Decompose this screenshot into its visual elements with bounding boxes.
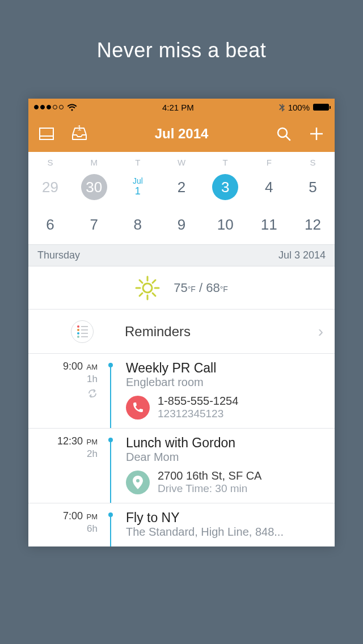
day-cell[interactable]: 11 — [247, 210, 291, 239]
phone-icon[interactable] — [126, 396, 150, 420]
reminders-label: Reminders — [125, 324, 318, 340]
day-header: Thursday Jul 3 2014 — [28, 244, 335, 266]
day-cell[interactable]: 10 — [204, 210, 247, 239]
reminders-icon — [71, 320, 94, 343]
phone-number: 1-855-555-1254 — [158, 395, 238, 408]
chevron-right-icon: › — [318, 323, 323, 341]
nav-title[interactable]: Jul 2014 — [87, 126, 276, 142]
bluetooth-icon — [279, 103, 285, 112]
sun-icon — [135, 276, 160, 300]
weather-temps: 75°F / 68°F — [174, 281, 228, 295]
weekday-label: S — [291, 158, 335, 167]
weekday-label: T — [116, 158, 159, 167]
battery-icon — [313, 104, 329, 111]
event-title: Fly to NY — [126, 510, 326, 526]
day-cell-today[interactable]: 30 — [72, 173, 116, 201]
day-cell[interactable]: 4 — [247, 173, 291, 201]
event-rail — [103, 361, 118, 420]
promo-tagline: Never miss a beat — [97, 39, 267, 62]
status-bar: 4:21 PM 100% — [28, 99, 335, 116]
view-toggle-button[interactable] — [39, 126, 54, 142]
svg-line-13 — [153, 280, 155, 283]
add-button[interactable] — [309, 126, 324, 142]
conference-code: 12312345123 — [158, 408, 238, 420]
event-time: 9:00 AM 1h — [37, 361, 103, 420]
event-location: Dear Mom — [126, 451, 326, 464]
week-row-2: 6 7 8 9 10 11 12 — [28, 207, 335, 244]
weekday-label: W — [159, 158, 203, 167]
svg-line-11 — [140, 280, 142, 283]
phone-frame: 4:21 PM 100% 1 Jul 2014 — [28, 99, 335, 546]
inbox-button[interactable]: 1 — [71, 126, 87, 142]
week-row-1: 29 30 Jul1 2 3 4 5 — [28, 170, 335, 207]
map-pin-icon[interactable] — [126, 471, 150, 494]
day-cell[interactable]: 2 — [159, 173, 203, 201]
day-cell[interactable]: 8 — [116, 210, 159, 239]
reminders-row[interactable]: Reminders › — [28, 310, 335, 354]
weather-row[interactable]: 75°F / 68°F — [28, 266, 335, 310]
svg-line-12 — [153, 293, 155, 296]
weekday-label: M — [72, 158, 116, 167]
event-row[interactable]: 7:00 PM 6h Fly to NY The Standard, High … — [28, 503, 335, 546]
svg-line-14 — [140, 293, 142, 296]
signal-icon — [34, 105, 64, 109]
event-title: Weekly PR Call — [126, 361, 326, 376]
day-cell[interactable]: 7 — [72, 210, 116, 239]
recurring-icon — [37, 388, 98, 401]
event-time: 12:30 PM 2h — [37, 435, 103, 495]
event-time: 7:00 PM 6h — [37, 510, 103, 539]
day-cell[interactable]: 29 — [28, 173, 72, 201]
event-rail — [103, 435, 118, 495]
address: 2700 16th St, SF CA — [158, 469, 261, 482]
day-weekday: Thursday — [37, 249, 80, 261]
battery-percent: 100% — [288, 103, 310, 112]
day-date: Jul 3 2014 — [278, 249, 326, 261]
event-row[interactable]: 12:30 PM 2h Lunch with Gordon Dear Mom 2… — [28, 429, 335, 503]
search-icon — [276, 126, 291, 141]
day-cell-selected[interactable]: 3 — [204, 173, 247, 201]
inbox-badge: 1 — [77, 124, 81, 132]
day-cell[interactable]: 5 — [291, 173, 335, 201]
week-header: S M T W T F S — [28, 152, 335, 170]
event-location: Englebart room — [126, 376, 326, 389]
svg-line-3 — [286, 136, 290, 140]
status-time: 4:21 PM — [162, 103, 194, 112]
svg-point-6 — [143, 283, 152, 293]
nav-bar: 1 Jul 2014 — [28, 116, 335, 152]
weekday-label: S — [28, 158, 72, 167]
event-title: Lunch with Gordon — [126, 435, 326, 451]
day-cell-month-start[interactable]: Jul1 — [116, 173, 159, 201]
weekday-label: T — [204, 158, 247, 167]
day-cell[interactable]: 12 — [291, 210, 335, 239]
event-rail — [103, 510, 118, 539]
drive-time: Drive Time: 30 min — [158, 482, 261, 495]
day-cell[interactable]: 9 — [159, 210, 203, 239]
search-button[interactable] — [276, 126, 292, 142]
svg-rect-0 — [40, 128, 53, 139]
event-row[interactable]: 9:00 AM 1h Weekly PR Call Englebart room… — [28, 354, 335, 429]
weekday-label: F — [247, 158, 291, 167]
day-cell[interactable]: 6 — [28, 210, 72, 239]
plus-icon — [309, 126, 324, 141]
wifi-icon — [67, 104, 77, 111]
event-location: The Standard, High Line, 848... — [126, 526, 326, 539]
